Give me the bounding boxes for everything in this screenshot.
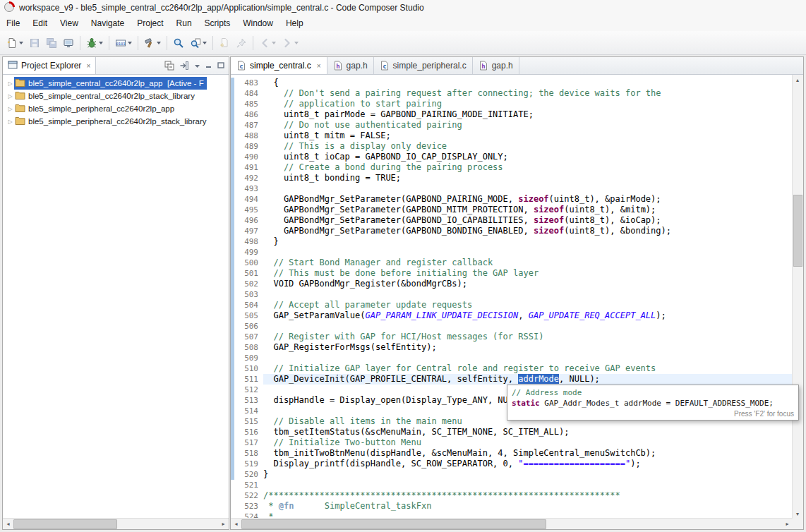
project-tree-label-wrap[interactable]: ble5_simple_peripheral_cc2640r2lp_stack_… <box>14 115 210 128</box>
editor-tab-gap-h[interactable]: hgap.h <box>327 57 374 74</box>
expander-icon[interactable]: ▷ <box>6 106 14 112</box>
code-line[interactable]: 510 // Initialize GAP layer for Central … <box>231 363 793 374</box>
back-button[interactable] <box>257 35 278 52</box>
editor-tab-simple_central-c[interactable]: csimple_central.c× <box>231 57 327 74</box>
menu-run[interactable]: Run <box>170 16 198 30</box>
code-line[interactable]: 497 GAPBondMgr_SetParameter(GAPBOND_BOND… <box>231 226 793 236</box>
scrollbar-thumb[interactable] <box>793 195 802 267</box>
save-all-button[interactable] <box>44 35 59 52</box>
menu-view[interactable]: View <box>54 16 85 30</box>
code-line[interactable]: 523 * @fn SimpleCentral_taskFxn <box>231 501 793 512</box>
scroll-down-icon[interactable]: ▾ <box>793 509 802 519</box>
code-line[interactable]: 500 // Start Bond Manager and register c… <box>231 258 793 268</box>
code-editor[interactable]: 483 {484 // Don't send a pairing request… <box>231 75 793 519</box>
code-line[interactable]: 520} <box>231 469 793 480</box>
code-line[interactable]: 483 { <box>231 78 793 88</box>
view-menu-icon[interactable] <box>194 63 200 69</box>
code-line[interactable]: 509 <box>231 353 793 363</box>
menu-file[interactable]: File <box>0 16 26 30</box>
code-line[interactable]: 503 <box>231 289 793 300</box>
link-with-editor-icon[interactable] <box>179 61 189 71</box>
expander-icon[interactable]: ▷ <box>6 119 14 125</box>
flash-dropdown-icon[interactable] <box>128 42 132 44</box>
menu-project[interactable]: Project <box>131 16 169 30</box>
scroll-right-icon[interactable]: ▸ <box>218 519 229 528</box>
code-line[interactable]: 522/************************************… <box>231 490 793 501</box>
view-close-icon[interactable]: × <box>86 62 90 70</box>
scrollbar-thumb[interactable] <box>241 519 546 529</box>
code-line[interactable]: 502 VOID GAPBondMgr_Register(&bondMgrCBs… <box>231 279 793 289</box>
forward-button[interactable] <box>279 35 301 52</box>
code-line[interactable]: 506 <box>231 321 793 332</box>
project-tree-item[interactable]: ▷ble5_simple_central_cc2640r2lp_app [Act… <box>3 77 229 90</box>
code-line[interactable]: 491 // Create a bond during the pairing … <box>231 162 793 173</box>
code-line[interactable]: 518 tbm_initTwoBtnMenu(dispHandle, &scMe… <box>231 448 793 459</box>
new-button[interactable] <box>4 35 25 52</box>
editor-tab-gap-h[interactable]: hgap.h <box>473 57 519 74</box>
collapse-all-icon[interactable] <box>164 61 174 71</box>
code-line[interactable]: 499 <box>231 247 793 258</box>
editor-hscrollbar[interactable]: ◂ ▸ <box>231 518 793 529</box>
code-line[interactable]: 501 // This must be done before initiali… <box>231 268 793 279</box>
new-dropdown-icon[interactable] <box>19 42 23 44</box>
maximize-icon[interactable] <box>217 62 224 69</box>
editor-vscrollbar[interactable]: ▴ ▾ <box>792 75 803 519</box>
project-explorer-tab[interactable]: Project Explorer × <box>3 57 96 74</box>
code-line[interactable]: 508 GAP_RegisterForMsgs(selfEntity); <box>231 342 793 353</box>
save-button[interactable] <box>27 35 42 52</box>
debug-dropdown-icon[interactable] <box>99 42 103 44</box>
code-line[interactable]: 487 // Do not use authenticated pairing <box>231 120 793 131</box>
flash-button[interactable]: 0101 <box>113 35 134 52</box>
project-tree-item[interactable]: ▷ble5_simple_peripheral_cc2640r2lp_app <box>3 102 229 115</box>
scroll-left-icon[interactable]: ◂ <box>231 519 241 528</box>
explorer-hscrollbar[interactable]: ◂ ▸ <box>3 518 229 529</box>
scroll-right-icon[interactable]: ▸ <box>782 519 793 528</box>
code-line[interactable]: 516 tbm_setItemStatus(&scMenuMain, SC_IT… <box>231 427 793 437</box>
scroll-left-icon[interactable]: ◂ <box>3 519 13 528</box>
forward-dropdown-icon[interactable] <box>294 42 299 44</box>
menu-edit[interactable]: Edit <box>26 16 54 30</box>
search-menu-button[interactable] <box>188 35 209 52</box>
code-line[interactable]: 485 // application to start pairing <box>231 99 793 109</box>
code-line[interactable]: 517 // Initialize Two-button Menu <box>231 437 793 448</box>
menu-scripts[interactable]: Scripts <box>198 16 237 30</box>
search-menu-dropdown-icon[interactable] <box>203 42 207 44</box>
project-tree-label-wrap[interactable]: ble5_simple_central_cc2640r2lp_app [Acti… <box>14 77 207 90</box>
editor-tab-simple_peripheral-c[interactable]: csimple_peripheral.c <box>374 57 473 74</box>
code-line[interactable]: 507 // Register with GAP for HCI/Host me… <box>231 332 793 342</box>
code-line[interactable]: 504 // Accept all parameter update reque… <box>231 300 793 310</box>
code-line[interactable]: 493 <box>231 183 793 194</box>
minimize-icon[interactable] <box>205 62 212 69</box>
menu-window[interactable]: Window <box>236 16 279 30</box>
build-button[interactable] <box>142 35 163 52</box>
search-button[interactable] <box>171 35 186 52</box>
tab-close-icon[interactable]: × <box>317 62 321 70</box>
code-line[interactable]: 488 uint8_t mitm = FALSE; <box>231 131 793 141</box>
project-tree-item[interactable]: ▷ble5_simple_central_cc2640r2lp_stack_li… <box>3 90 229 102</box>
menu-navigate[interactable]: Navigate <box>85 16 131 30</box>
code-line[interactable]: 490 uint8_t ioCap = GAPBOND_IO_CAP_DISPL… <box>231 152 793 162</box>
scrollbar-thumb[interactable] <box>13 519 117 529</box>
code-line[interactable]: 519 Display_printf(dispHandle, SC_ROW_SE… <box>231 459 793 469</box>
code-line[interactable]: 489 // This is a display only device <box>231 141 793 152</box>
project-tree-item[interactable]: ▷ble5_simple_peripheral_cc2640r2lp_stack… <box>3 115 229 128</box>
code-line[interactable]: 521 <box>231 480 793 490</box>
expander-icon[interactable]: ▷ <box>6 80 14 87</box>
code-line[interactable]: 505 GAP_SetParamValue(GAP_PARAM_LINK_UPD… <box>231 310 793 321</box>
project-tree-label-wrap[interactable]: ble5_simple_central_cc2640r2lp_stack_lib… <box>14 90 198 102</box>
pin-editor-button[interactable] <box>234 35 249 52</box>
back-dropdown-icon[interactable] <box>272 42 276 44</box>
build-dropdown-icon[interactable] <box>157 42 161 44</box>
last-edit-location-button[interactable] <box>217 35 232 52</box>
code-line[interactable]: 495 GAPBondMgr_SetParameter(GAPBOND_MITM… <box>231 205 793 215</box>
console-button[interactable] <box>61 35 76 52</box>
code-line[interactable]: 496 GAPBondMgr_SetParameter(GAPBOND_IO_C… <box>231 215 793 226</box>
project-tree-label-wrap[interactable]: ble5_simple_peripheral_cc2640r2lp_app <box>14 102 177 115</box>
expander-icon[interactable]: ▷ <box>6 93 14 99</box>
code-line[interactable]: 486 uint8_t pairMode = GAPBOND_PAIRING_M… <box>231 109 793 120</box>
code-line[interactable]: 494 GAPBondMgr_SetParameter(GAPBOND_PAIR… <box>231 194 793 205</box>
code-line[interactable]: 492 uint8_t bonding = TRUE; <box>231 173 793 183</box>
menu-help[interactable]: Help <box>279 16 310 30</box>
debug-button[interactable] <box>84 35 105 52</box>
code-line[interactable]: 498 } <box>231 236 793 247</box>
